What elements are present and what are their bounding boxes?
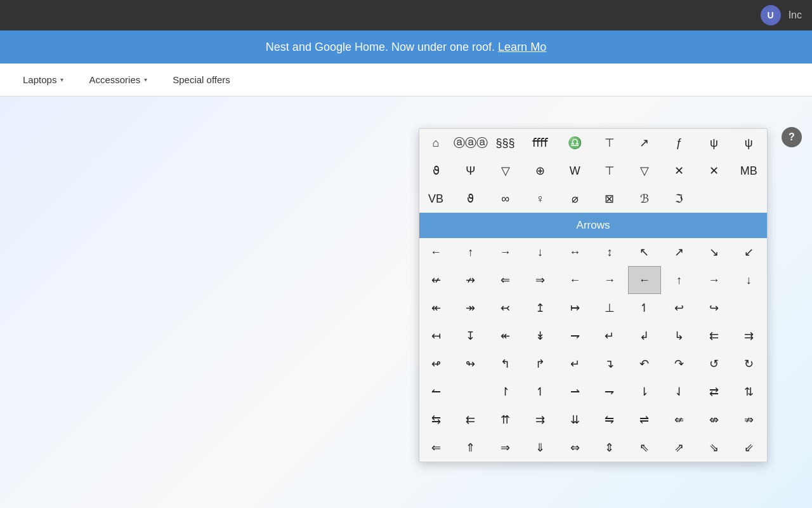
arrow-symbol-cell[interactable]: ⇈ [489,406,522,434]
misc-symbol-cell[interactable]: ⌀ [558,185,591,213]
misc-symbol-cell[interactable]: MB [732,157,765,185]
arrow-symbol-cell[interactable]: ⇇ [697,322,730,350]
arrow-symbol-cell[interactable]: ⇏ [732,406,765,434]
arrow-symbol-cell[interactable]: ↵ [558,350,591,378]
arrow-symbol-cell[interactable]: ↠ [454,294,487,322]
misc-symbol-cell[interactable]: ✕ [663,157,696,185]
misc-symbol-cell[interactable]: W [558,157,591,185]
arrow-symbol-cell[interactable]: ↶ [628,350,661,378]
arrow-symbol-cell[interactable]: ⊥ [593,294,626,322]
misc-symbol-cell[interactable]: §§§ [489,129,522,157]
arrow-symbol-cell[interactable]: ⇒ [489,434,522,462]
misc-symbol-cell[interactable]: ⊤ [593,129,626,157]
arrow-symbol-cell[interactable]: ↷ [663,350,696,378]
arrow-symbol-cell[interactable]: ↓ [523,238,556,266]
arrow-symbol-cell[interactable]: ↺ [697,350,730,378]
arrow-symbol-cell[interactable]: ↾ [489,378,522,406]
arrow-symbol-cell[interactable]: ⇎ [697,406,730,434]
arrow-symbol-cell[interactable]: ⇂ [628,378,661,406]
misc-symbol-cell[interactable]: ⊕ [523,157,556,185]
arrow-symbol-cell[interactable]: ↿ [523,378,556,406]
arrow-symbol-cell[interactable]: ← [628,266,661,294]
arrow-symbol-cell[interactable]: ⇉ [732,322,765,350]
arrow-symbol-cell[interactable]: ⇐ [489,266,522,294]
misc-symbol-cell[interactable]: ⊠ [593,185,626,213]
misc-symbol-cell[interactable] [732,185,765,213]
arrow-symbol-cell[interactable]: ⇒ [523,266,556,294]
banner-link[interactable]: Learn Mo [498,41,546,54]
arrow-symbol-cell[interactable]: ⇁ [558,322,591,350]
arrow-symbol-cell[interactable]: ⇗ [663,434,696,462]
arrow-symbol-cell[interactable]: ↢ [489,294,522,322]
arrow-symbol-cell[interactable]: ↼ [419,378,452,406]
arrow-symbol-cell[interactable]: ↱ [523,350,556,378]
arrow-symbol-cell[interactable]: ↳ [663,322,696,350]
help-button[interactable]: ? [782,127,802,147]
arrow-symbol-cell[interactable]: ⇌ [628,406,661,434]
misc-symbol-cell[interactable]: ⌂ [419,129,452,157]
arrow-symbol-cell[interactable]: ⇙ [732,434,765,462]
misc-symbol-cell[interactable]: ƒ [663,129,696,157]
arrow-symbol-cell[interactable]: ⇁ [593,378,626,406]
arrow-symbol-cell[interactable]: ⇔ [558,434,591,462]
arrow-symbol-cell[interactable] [454,378,487,406]
misc-symbol-cell[interactable]: ⓐⓐⓐ [454,129,487,157]
misc-symbol-cell[interactable]: ↗ [628,129,661,157]
misc-symbol-cell[interactable]: ⊤ [593,157,626,185]
arrow-symbol-cell[interactable]: ⇖ [628,434,661,462]
nav-item-special-offers[interactable]: Special offers [160,64,243,97]
arrow-symbol-cell[interactable]: ↞ [489,322,522,350]
arrow-symbol-cell[interactable]: ⇃ [663,378,696,406]
arrow-symbol-cell[interactable]: ↓ [732,266,765,294]
arrow-symbol-cell[interactable]: ⇇ [454,406,487,434]
arrow-symbol-cell[interactable]: ↻ [732,350,765,378]
misc-symbol-cell[interactable]: ∞ [489,185,522,213]
arrow-symbol-cell[interactable]: ↛ [454,266,487,294]
misc-symbol-cell[interactable] [697,185,730,213]
misc-symbol-cell[interactable]: ψ [697,129,730,157]
user-avatar[interactable]: U [761,5,781,25]
nav-item-laptops[interactable]: Laptops ▾ [10,64,76,97]
arrow-symbol-cell[interactable]: ↕ [593,238,626,266]
arrow-symbol-cell[interactable]: ⇉ [523,406,556,434]
arrow-symbol-cell[interactable]: ← [419,238,452,266]
arrow-symbol-cell[interactable]: ⇕ [593,434,626,462]
arrow-symbol-cell[interactable]: ↿ [628,294,661,322]
arrow-symbol-cell[interactable]: ↥ [523,294,556,322]
arrow-symbol-cell[interactable]: ⇑ [454,434,487,462]
misc-symbol-cell[interactable]: ✕ [697,157,730,185]
arrow-symbol-cell[interactable]: → [489,238,522,266]
arrow-symbol-cell[interactable]: ↬ [454,350,487,378]
misc-symbol-cell[interactable]: Ψ [454,157,487,185]
arrow-symbol-cell[interactable]: ⇅ [732,378,765,406]
arrow-symbol-cell[interactable]: ↪ [697,294,730,322]
misc-symbol-cell[interactable]: ℑ [663,185,696,213]
arrow-symbol-cell[interactable]: ↘ [697,238,730,266]
misc-symbol-cell[interactable]: ▽ [628,157,661,185]
arrow-symbol-cell[interactable]: ↫ [419,350,452,378]
arrow-symbol-cell[interactable] [732,294,765,322]
arrow-symbol-cell[interactable]: ⇓ [523,434,556,462]
misc-symbol-cell[interactable]: ﬀﬀ [523,129,556,157]
nav-item-accessories[interactable]: Accessories ▾ [76,64,160,97]
arrow-symbol-cell[interactable]: ↤ [419,322,452,350]
misc-symbol-cell[interactable]: ℬ [628,185,661,213]
misc-symbol-cell[interactable]: ♎ [558,129,591,157]
arrow-symbol-cell[interactable]: ↚ [419,266,452,294]
arrow-symbol-cell[interactable]: ⇊ [558,406,591,434]
arrow-symbol-cell[interactable]: ⇍ [663,406,696,434]
arrow-symbol-cell[interactable]: ⇘ [697,434,730,462]
arrow-symbol-cell[interactable]: ⇐ [419,434,452,462]
arrow-symbol-cell[interactable]: ↦ [558,294,591,322]
arrow-symbol-cell[interactable]: ↩ [663,294,696,322]
arrow-symbol-cell[interactable]: ↑ [663,266,696,294]
arrow-symbol-cell[interactable]: ⇋ [593,406,626,434]
arrow-symbol-cell[interactable]: ↵ [593,322,626,350]
arrow-symbol-cell[interactable]: ↴ [593,350,626,378]
arrow-symbol-cell[interactable]: ↡ [523,322,556,350]
arrow-symbol-cell[interactable]: ⇄ [697,378,730,406]
arrow-symbol-cell[interactable]: ⇆ [419,406,452,434]
arrow-symbol-cell[interactable]: ↞ [419,294,452,322]
arrow-symbol-cell[interactable]: → [593,266,626,294]
misc-symbol-cell[interactable]: ϑ [454,185,487,213]
